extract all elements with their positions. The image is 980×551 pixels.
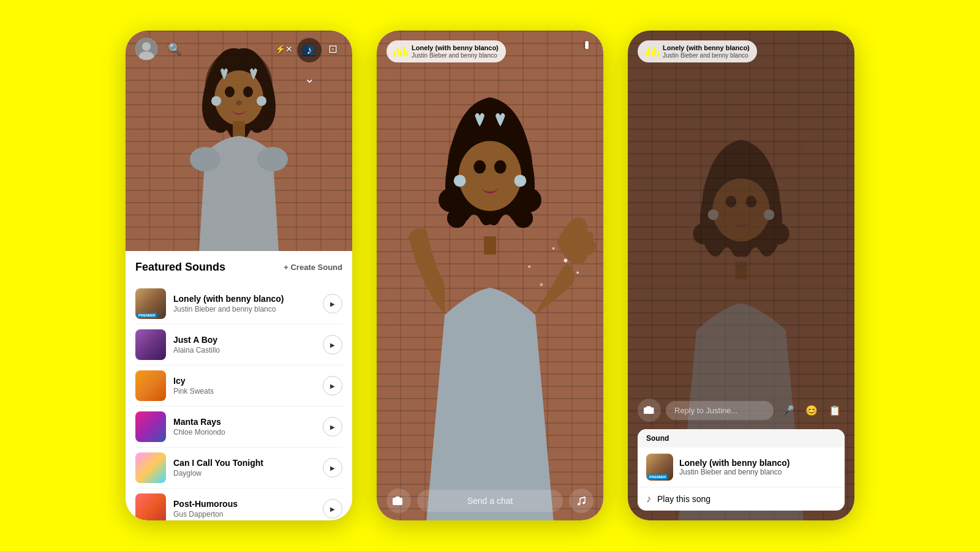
svg-point-21 — [447, 209, 467, 228]
sound-title: Post-Humorous — [173, 499, 315, 509]
sound-info: Just A Boy Alaina Castillo — [173, 335, 315, 354]
sticker-icon[interactable]: 📋 — [825, 400, 845, 420]
sound-artist: Alaina Castillo — [173, 346, 315, 354]
header-left: 🔍 — [135, 38, 184, 60]
phone-1: 🔍 ⚡✕ 👥 ⊡ ♪ ⌄ Featured Sounds + Create So… — [126, 31, 352, 520]
svg-point-13 — [257, 96, 266, 106]
svg-point-12 — [211, 96, 221, 106]
svg-point-23 — [459, 141, 522, 211]
play-button[interactable]: ▶ — [323, 335, 342, 354]
svg-point-20 — [517, 188, 541, 212]
svg-point-22 — [513, 209, 533, 228]
sound-thumbnail — [135, 411, 166, 442]
play-song-label: Play this song — [657, 494, 710, 504]
sound-artist: Gus Dapperton — [173, 510, 315, 519]
chat-input[interactable]: Send a chat — [417, 490, 563, 512]
sound-item: Just A Boy Alaina Castillo ▶ — [135, 324, 342, 365]
sound-thumbnail — [135, 329, 166, 360]
sound-item: Post-Humorous Gus Dapperton ▶ — [135, 489, 342, 520]
svg-point-6 — [225, 86, 235, 97]
sound-card-item: PREMIER Lonely (with benny blanco) Justi… — [638, 448, 845, 487]
chevron-down[interactable]: ⌄ — [298, 67, 320, 89]
svg-point-5 — [214, 70, 263, 126]
sound-card-artist: Justin Bieber and benny blanco — [679, 468, 836, 476]
svg-rect-9 — [233, 121, 245, 137]
song-tag-title-phone3: Lonely (with benny blanco) — [663, 44, 750, 52]
premier-badge: PREMIER — [137, 313, 157, 318]
sound-title: Can I Call You Tonight — [173, 458, 315, 468]
create-sound-button[interactable]: + Create Sound — [284, 263, 342, 272]
song-tag-artist: Justin Bieber and benny blanco — [412, 52, 499, 59]
featured-header: Featured Sounds + Create Sound — [135, 261, 342, 274]
svg-rect-17 — [484, 236, 496, 255]
sound-artist: Chloe Moriondo — [173, 428, 315, 437]
sound-title: Just A Boy — [173, 335, 315, 345]
reply-icons: 🎤 😊 📋 — [778, 400, 845, 420]
svg-point-15 — [142, 42, 151, 51]
sound-waves-phone3 — [645, 47, 659, 56]
music-note-button[interactable] — [569, 489, 594, 513]
sound-artist: Pink Sweats — [173, 387, 315, 395]
reply-input[interactable]: Reply to Justine... — [666, 401, 774, 420]
sound-card-header: Sound — [638, 429, 845, 448]
chat-bar: Send a chat — [386, 489, 594, 513]
svg-point-32 — [528, 265, 530, 268]
phone-2: Lonely (with benny blanco) Justin Bieber… — [377, 31, 603, 520]
sound-card-info: Lonely (with benny blanco) Justin Bieber… — [679, 458, 836, 476]
svg-point-8 — [236, 100, 242, 105]
scan-icon[interactable]: ⊡ — [323, 39, 342, 59]
sound-card-title: Lonely (with benny blanco) — [679, 458, 836, 468]
sound-info: Icy Pink Sweats — [173, 376, 315, 395]
svg-point-29 — [552, 247, 555, 250]
sound-waves — [394, 47, 408, 56]
sound-card-thumbnail: PREMIER — [646, 454, 673, 481]
play-button[interactable]: ▶ — [323, 376, 342, 395]
reply-camera-button[interactable] — [638, 399, 661, 422]
phone2-bottom-bar: Send a chat — [377, 481, 603, 520]
sound-title: Manta Rays — [173, 417, 315, 427]
sound-artist: Dayglow — [173, 469, 315, 478]
sound-info: Post-Humorous Gus Dapperton — [173, 499, 315, 519]
play-button[interactable]: ▶ — [323, 417, 342, 437]
svg-point-10 — [190, 147, 221, 171]
play-button[interactable]: ▶ — [323, 499, 342, 519]
emoji-icon[interactable]: 😊 — [802, 400, 821, 420]
sound-item: Icy Pink Sweats ▶ — [135, 365, 342, 407]
song-tag-text: Lonely (with benny blanco) Justin Bieber… — [412, 44, 499, 59]
featured-title: Featured Sounds — [135, 261, 225, 274]
song-tag-phone3[interactable]: Lonely (with benny blanco) Justin Bieber… — [638, 40, 757, 62]
flash-icon[interactable]: ⚡✕ — [274, 39, 293, 59]
play-song-row[interactable]: ♪ Play this song — [638, 487, 845, 511]
svg-point-25 — [494, 160, 507, 174]
play-button[interactable]: ▶ — [323, 458, 342, 478]
phone3-bottom: Reply to Justine... 🎤 😊 📋 Sound PREMIER — [628, 391, 854, 520]
sound-title: Icy — [173, 376, 315, 386]
svg-point-24 — [473, 160, 486, 174]
song-tag[interactable]: Lonely (with benny blanco) Justin Bieber… — [386, 40, 506, 62]
music-button[interactable]: ♪ — [297, 38, 322, 62]
sound-list: PREMIER Lonely (with benny blanco) Justi… — [135, 283, 342, 520]
sound-label: Sound — [646, 434, 669, 443]
svg-point-19 — [439, 188, 462, 212]
sound-info: Manta Rays Chloe Moriondo — [173, 417, 315, 437]
avatar[interactable] — [135, 38, 157, 60]
camera-button[interactable] — [386, 489, 411, 513]
featured-sounds-panel: Featured Sounds + Create Sound PREMIER L… — [126, 251, 352, 520]
sound-item: PREMIER Lonely (with benny blanco) Justi… — [135, 283, 342, 324]
sound-item: Can I Call You Tonight Dayglow ▶ — [135, 448, 342, 489]
reply-placeholder: Reply to Justine... — [674, 406, 737, 415]
phone2-header: Lonely (with benny blanco) Justin Bieber… — [377, 31, 603, 72]
song-tag-title: Lonely (with benny blanco) — [412, 44, 499, 52]
sound-title: Lonely (with benny blanco) — [173, 294, 315, 304]
sound-artist: Justin Bieber and benny blanco — [173, 305, 315, 313]
sound-thumbnail — [135, 493, 166, 520]
reply-bar: Reply to Justine... 🎤 😊 📋 — [638, 399, 845, 422]
sound-info: Can I Call You Tonight Dayglow — [173, 458, 315, 478]
search-icon[interactable]: 🔍 — [165, 39, 184, 59]
sound-card: Sound PREMIER Lonely (with benny blanco)… — [638, 429, 845, 511]
mic-icon[interactable]: 🎤 — [778, 400, 798, 420]
play-button[interactable]: ▶ — [323, 294, 342, 313]
sound-info: Lonely (with benny blanco) Justin Bieber… — [173, 294, 315, 313]
more-options-icon[interactable]: ••• — [580, 40, 594, 47]
song-tag-artist-phone3: Justin Bieber and benny blanco — [663, 52, 750, 59]
